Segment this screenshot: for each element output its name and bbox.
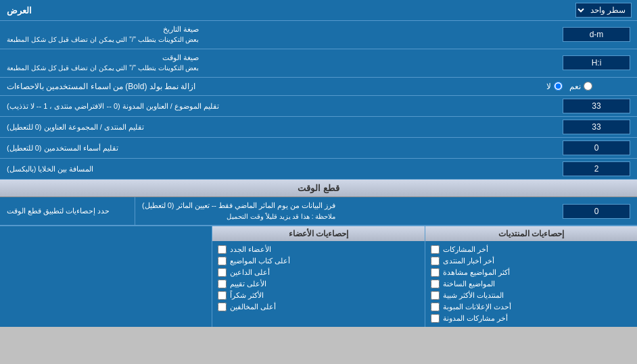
checkbox-forum-3[interactable] [431, 268, 440, 277]
topic-title-label: تقليم الموضوع / العناوين المدونة (0 -- ا… [0, 96, 556, 116]
bold-remove-label: ازالة نمط بولد (Bold) من اسماء المستخدمي… [0, 78, 502, 96]
checkbox-item: المنتديات الأكثر شبية [428, 290, 634, 301]
forum-stats-items: أخر المشاركات أخر أخبار المنتدى أكثر الم… [425, 241, 637, 327]
date-input-cell [556, 21, 637, 49]
checkbox-forum-2[interactable] [431, 257, 440, 265]
cutoff-stats-label: حدد إحصاءيات لتطبيق قطع الوقت [0, 197, 135, 225]
main-container: سطر واحد سطرين ثلاثة أسطر العرض صيغة الت… [0, 0, 637, 327]
empty-stats-col [0, 226, 212, 327]
select-container: سطر واحد سطرين ثلاثة أسطر [570, 0, 637, 20]
checkbox-forum-6[interactable] [431, 303, 440, 311]
checkbox-member-4[interactable] [218, 280, 227, 288]
bold-remove-row: نعم لا ازالة نمط بولد (Bold) من اسماء ال… [0, 78, 637, 97]
radio-no-label[interactable]: لا [546, 82, 563, 91]
username-trim-input[interactable] [563, 140, 630, 155]
forum-input-cell [556, 117, 637, 137]
time-input-cell [556, 49, 637, 77]
forum-group-input[interactable] [563, 120, 630, 134]
radio-no[interactable] [554, 82, 563, 90]
time-format-label: صيغة الوقتبعض التكوينات يتطلب "/" التي ي… [0, 49, 556, 77]
checkbox-forum-1[interactable] [431, 245, 440, 254]
member-stats-header: إحصاءيات الأعضاء [212, 226, 424, 241]
checkbox-forum-4[interactable] [431, 280, 440, 288]
bold-radio-group: نعم لا [546, 82, 592, 91]
username-trim-label: تقليم أسماء المستخدمين (0 للتعطيل) [0, 138, 556, 158]
checkbox-member-2[interactable] [218, 257, 227, 265]
checkbox-item: أعلى المخالفين [215, 301, 421, 313]
header-label: العرض [0, 2, 39, 19]
cutoff-label: فرز البيانات من يوم الماثر الماضي فقط --… [135, 197, 556, 225]
top-bar: سطر واحد سطرين ثلاثة أسطر العرض [0, 0, 637, 21]
forum-stats-header: إحصاءيات المنتديات [425, 226, 637, 241]
cutoff-section-title: قطع الوقت [0, 180, 637, 197]
checkbox-member-1[interactable] [218, 245, 227, 254]
forum-group-label: تقليم المنتدى / المجموعة العناوين (0 للت… [0, 117, 556, 137]
date-format-row: صيغة التاريخبعض التكوينات يتطلب "/" التي… [0, 21, 637, 49]
checkbox-item: أخر أخبار المنتدى [428, 255, 634, 267]
topic-title-row: تقليم الموضوع / العناوين المدونة (0 -- ا… [0, 96, 637, 117]
topic-title-input[interactable] [563, 99, 630, 113]
checkbox-member-3[interactable] [218, 268, 227, 277]
cutoff-input-cell [556, 197, 637, 225]
time-format-input[interactable] [563, 55, 630, 70]
checkbox-forum-5[interactable] [431, 291, 440, 300]
checkbox-member-6[interactable] [218, 303, 227, 311]
checkbox-member-5[interactable] [218, 291, 227, 300]
checkboxes-section: إحصاءيات المنتديات أخر المشاركات أخر أخب… [0, 226, 637, 327]
bold-radio-cell: نعم لا [502, 78, 637, 96]
checkbox-item: الأكثر شكراً [215, 290, 421, 301]
empty-stats-content [0, 241, 212, 246]
member-stats-col: إحصاءيات الأعضاء الأعضاء الجدد أعلى كتاب… [212, 226, 424, 327]
date-format-label: صيغة التاريخبعض التكوينات يتطلب "/" التي… [0, 21, 556, 49]
checkbox-item: أكثر المواضيع مشاهدة [428, 267, 634, 278]
spacing-input[interactable] [563, 161, 630, 176]
spacing-row: المسافة بين الخلايا (بالبكسل) [0, 159, 637, 180]
cutoff-row: فرز البيانات من يوم الماثر الماضي فقط --… [0, 197, 637, 226]
topic-input-cell [556, 96, 637, 116]
checkbox-item: الأعلى تقييم [215, 278, 421, 290]
username-trim-row: تقليم أسماء المستخدمين (0 للتعطيل) [0, 138, 637, 159]
checkbox-forum-7[interactable] [431, 314, 440, 323]
forum-group-row: تقليم المنتدى / المجموعة العناوين (0 للت… [0, 117, 637, 138]
checkbox-item: أحدث الإعلانات المبوبة [428, 301, 634, 313]
checkbox-item: أعلى كتاب المواضيع [215, 255, 421, 267]
view-select[interactable]: سطر واحد سطرين ثلاثة أسطر [575, 3, 632, 18]
time-format-row: صيغة الوقتبعض التكوينات يتطلب "/" التي ي… [0, 49, 637, 78]
username-input-cell [556, 138, 637, 158]
radio-yes-label[interactable]: نعم [569, 82, 592, 91]
checkbox-item: أعلى الداعين [215, 267, 421, 278]
checkbox-item: أخر مشاركات المدونة [428, 313, 634, 324]
date-format-input[interactable] [563, 27, 630, 42]
checkbox-item: الأعضاء الجدد [215, 244, 421, 255]
checkbox-item: المواضيع الساخنة [428, 278, 634, 290]
spacing-label: المسافة بين الخلايا (بالبكسل) [0, 159, 556, 179]
radio-yes[interactable] [584, 82, 592, 90]
spacing-input-cell [556, 159, 637, 179]
cutoff-input[interactable] [563, 204, 630, 219]
forum-stats-col: إحصاءيات المنتديات أخر المشاركات أخر أخب… [425, 226, 637, 327]
member-stats-items: الأعضاء الجدد أعلى كتاب المواضيع أعلى ال… [212, 241, 424, 315]
checkbox-item: أخر المشاركات [428, 244, 634, 255]
